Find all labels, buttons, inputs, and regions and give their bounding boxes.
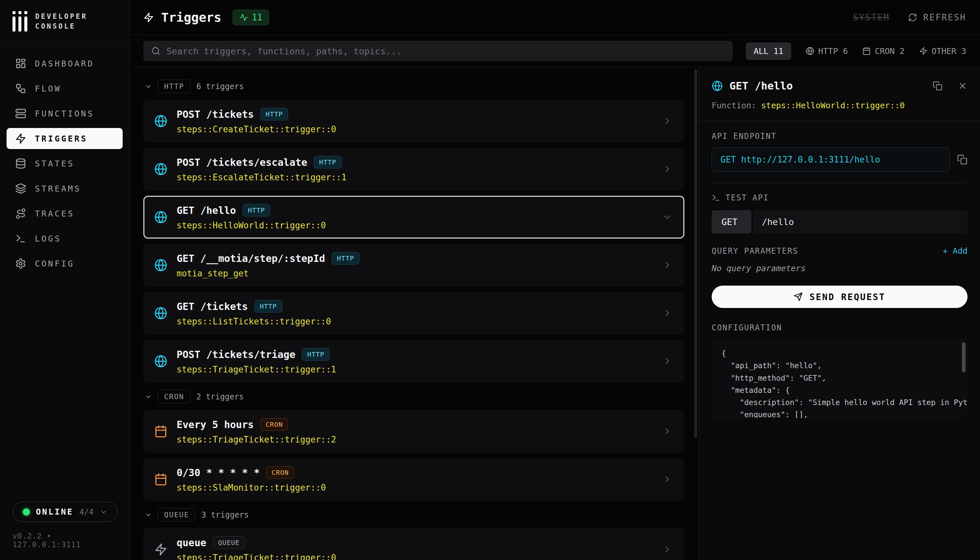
sidebar-item-states[interactable]: STATES [7,153,123,174]
trigger-row-get-hello[interactable]: GET /hello HTTP steps::HelloWorld::trigg… [143,196,684,238]
add-query-param-button[interactable]: + Add [943,246,967,256]
copy-icon [957,154,967,165]
section-badge: HTTP [158,80,190,93]
list-scrollbar[interactable] [694,69,697,556]
trigger-function: steps::TriageTicket::trigger::0 [177,553,653,560]
trigger-row-get-motia-step[interactable]: GET /__motia/step/:stepId HTTP motia_ste… [143,244,684,287]
chevron-down-icon [145,393,152,400]
trigger-row-post-tickets-escalate[interactable]: POST /tickets/escalate HTTP steps::Escal… [143,148,684,190]
config-scrollbar[interactable] [962,342,965,372]
copy-endpoint-button[interactable] [957,154,967,165]
trigger-row-post-tickets[interactable]: POST /tickets HTTP steps::CreateTicket::… [143,100,684,142]
tab-cron[interactable]: CRON 2 [862,47,904,56]
chevron-right-icon [662,356,672,366]
sidebar-item-logs[interactable]: LOGS [7,228,123,249]
sidebar-item-traces[interactable]: TRACES [7,203,123,224]
globe-icon [806,47,814,55]
sidebar-item-dashboard[interactable]: DASHBOARD [7,53,123,74]
trigger-function: steps::CreateTicket::trigger::0 [177,124,653,134]
chevron-right-icon [662,427,672,436]
trigger-row-cron-0-30[interactable]: 0/30 * * * * * CRON steps::SlaMonitor::t… [143,458,684,501]
terminal-icon [15,233,26,244]
sidebar-item-label: FLOW [35,84,61,93]
workflow-icon [15,83,26,94]
copy-icon [933,81,942,91]
path-input[interactable] [753,210,967,233]
query-params-label: QUERY PARAMETERS [712,247,798,256]
globe-icon [154,355,168,368]
search-input[interactable] [166,46,725,56]
section-count: 2 triggers [196,392,244,402]
calendar-icon [154,473,168,486]
globe-icon [154,115,168,128]
refresh-button[interactable]: REFRESH [908,13,966,22]
app-title: DEVELOPER CONSOLE [35,12,88,32]
sidebar-item-label: TRACES [35,209,74,218]
sidebar-item-config[interactable]: CONFIG [7,253,123,274]
route-icon [15,208,26,219]
sidebar: DEVELOPER CONSOLE DASHBOARD FLOW FUNCTIO… [0,0,130,560]
app-logo: DEVELOPER CONSOLE [0,0,129,43]
sidebar-item-label: DASHBOARD [35,59,94,68]
function-label: Function: [712,101,756,110]
trigger-type-badge: HTTP [243,204,270,217]
trigger-title: GET /__motia/step/:stepId [177,253,325,264]
trigger-row-queue-triage[interactable]: queue QUEUE steps::TriageTicket::trigger… [143,528,684,560]
sidebar-item-functions[interactable]: FUNCTIONS [7,103,123,124]
tab-all[interactable]: ALL 11 [746,42,791,60]
trigger-row-post-tickets-triage[interactable]: POST /tickets/triage HTTP steps::TriageT… [143,340,684,383]
trigger-row-get-tickets[interactable]: GET /tickets HTTP steps::ListTickets::tr… [143,292,684,335]
section-badge: QUEUE [158,508,195,522]
section-header-cron[interactable]: CRON 2 triggers [145,390,684,403]
method-select[interactable]: GET [712,210,751,233]
section-badge: CRON [158,390,190,403]
copy-trigger-button[interactable] [933,81,942,91]
sidebar-item-triggers[interactable]: TRIGGERS [7,128,123,149]
close-panel-button[interactable] [958,81,967,91]
section-header-queue[interactable]: QUEUE 3 triggers [145,508,684,522]
online-status-count: 4/4 [79,507,93,517]
function-value: steps::HelloWorld::trigger::0 [761,101,905,110]
trigger-list: HTTP 6 triggers POST /tickets HTTP steps… [130,67,699,560]
sidebar-item-flow[interactable]: FLOW [7,78,123,99]
chevron-right-icon [662,116,672,126]
trigger-title: POST /tickets/escalate [177,157,307,168]
panel-title: GET /hello [729,80,926,92]
tab-http[interactable]: HTTP 6 [806,47,848,56]
trigger-type-badge: HTTP [332,252,359,265]
no-query-params-text: No query parameters [712,263,967,273]
trigger-title: POST /tickets/triage [177,349,295,360]
database-icon [15,158,26,169]
trigger-function: steps::ListTickets::trigger::0 [177,317,653,327]
terminal-icon [712,193,720,202]
server-icon [15,108,26,119]
configuration-json-box[interactable]: { "api_path": "hello", "http_method": "G… [712,339,967,418]
trigger-title: Every 5 hours [177,419,254,430]
version-info: v0.2.2 • 127.0.0.1:3111 [0,532,129,560]
tab-other[interactable]: OTHER 3 [919,47,966,56]
toolbar: ALL 11 HTTP 6 CRON 2 OTHER 3 [130,35,980,67]
trigger-row-every-5-hours[interactable]: Every 5 hours CRON steps::TriageTicket::… [143,410,684,453]
section-header-http[interactable]: HTTP 6 triggers [145,80,684,93]
sidebar-item-label: TRIGGERS [35,134,88,143]
sidebar-item-streams[interactable]: STREAMS [7,178,123,199]
online-status-dot [23,508,30,516]
globe-icon [154,258,168,272]
close-icon [958,81,967,91]
chevron-down-icon [145,511,152,518]
send-request-button[interactable]: SEND REQUEST [712,286,967,308]
system-toggle[interactable]: SYSTEM [853,13,890,22]
trigger-function: steps::TriageTicket::trigger::1 [177,365,653,375]
connection-status-pill[interactable]: ONLINE 4/4 [13,502,118,522]
trigger-title: GET /tickets [177,301,248,312]
trigger-type-badge: QUEUE [213,536,245,549]
motia-logo-icon [13,11,27,32]
trigger-function: steps::HelloWorld::trigger::0 [177,220,653,230]
trigger-function: steps::TriageTicket::trigger::2 [177,435,653,445]
chevron-right-icon [662,545,672,554]
chevron-right-icon [662,308,672,318]
refresh-icon [908,13,917,22]
section-count: 3 triggers [201,510,249,520]
search-box [143,41,733,61]
sidebar-item-label: LOGS [35,234,61,243]
